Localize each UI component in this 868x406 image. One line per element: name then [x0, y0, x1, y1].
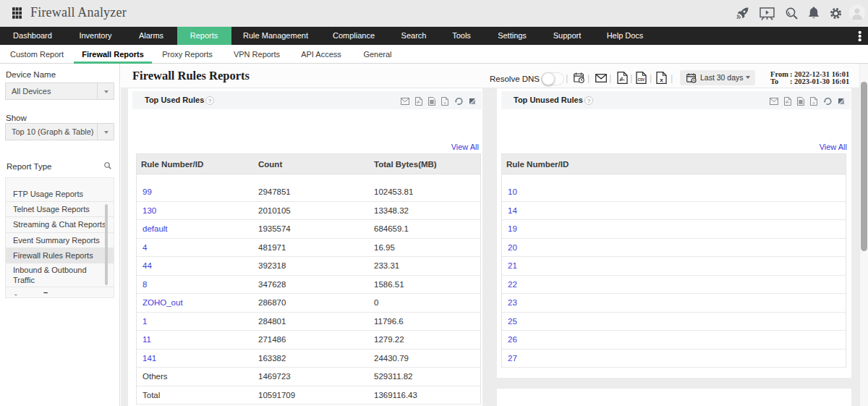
svg-text:CSV: CSV — [638, 78, 645, 82]
svg-text:x: x — [660, 77, 663, 83]
svg-text:x: x — [813, 101, 815, 105]
svg-text:x: x — [444, 101, 446, 105]
